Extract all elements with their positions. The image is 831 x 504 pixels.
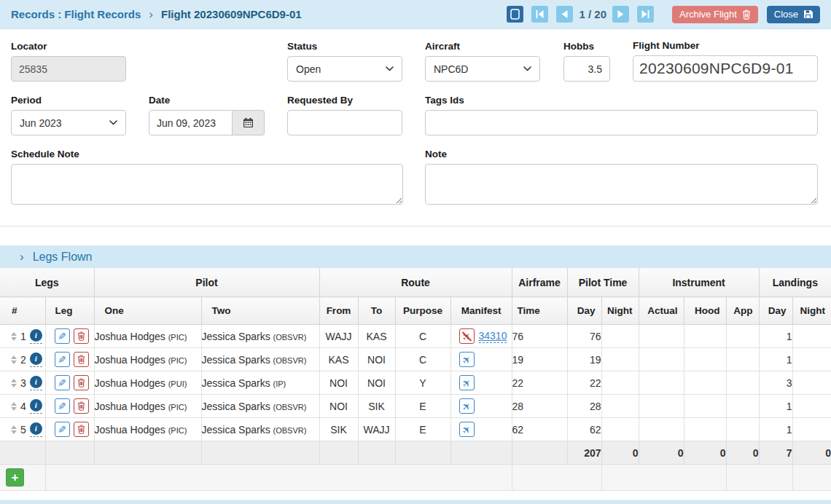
last-page-button[interactable] [637, 6, 654, 23]
aircraft-select[interactable]: NPC6D [425, 56, 540, 82]
from-cell: NOI [319, 395, 358, 418]
delete-leg-button[interactable] [74, 352, 89, 367]
edit-leg-button[interactable]: ✎ [55, 352, 70, 367]
breadcrumb-link-flight-records[interactable]: Records : Flight Records [11, 8, 141, 20]
hobbs-input[interactable] [563, 56, 610, 82]
delete-leg-button[interactable] [74, 328, 89, 344]
info-icon[interactable]: i [30, 329, 42, 344]
drag-handle[interactable] [11, 402, 17, 411]
landings-day-cell: 1 [759, 325, 792, 348]
group-header-landings: Landings [759, 268, 831, 297]
aircraft-value: NPC6D [434, 63, 468, 75]
tags-ids-input[interactable] [425, 110, 818, 135]
landings-night-cell [792, 371, 831, 395]
flight-record-page: Records : Flight Records › Flight 202306… [0, 0, 831, 504]
next-page-button[interactable] [612, 6, 629, 23]
date-label: Date [149, 95, 265, 106]
date-picker-button[interactable] [233, 110, 265, 135]
status-select[interactable]: Open [287, 56, 402, 82]
link-manifest-button[interactable]: ✈ [459, 422, 475, 437]
col-header-from: From [319, 297, 358, 325]
requested-by-input[interactable] [287, 110, 402, 135]
trash-icon [77, 331, 85, 341]
group-header-instrument: Instrument [639, 268, 759, 297]
edit-leg-button[interactable]: ✎ [55, 422, 70, 437]
night-cell [601, 395, 639, 418]
date-input[interactable] [149, 110, 233, 135]
chevron-down-icon [523, 66, 531, 71]
edit-leg-button[interactable]: ✎ [55, 375, 70, 390]
save-icon [803, 9, 813, 19]
add-leg-button[interactable]: + [6, 468, 24, 487]
requested-by-label: Requested By [287, 95, 402, 106]
leg-number: 5 [20, 424, 26, 436]
from-cell: KAS [319, 348, 358, 371]
col-header-leg: Leg [45, 297, 94, 325]
delete-leg-button[interactable] [74, 375, 89, 390]
group-header-route: Route [319, 268, 512, 297]
locator-input[interactable] [11, 56, 126, 82]
leg-row: 4 i ✎ Joshua Hodges (PIC) Jessica Sparks… [0, 395, 831, 418]
col-header-num: # [0, 297, 45, 325]
device-view-button[interactable] [507, 6, 523, 23]
period-label: Period [11, 95, 126, 106]
info-icon[interactable]: i [30, 353, 42, 367]
previous-page-button[interactable] [556, 6, 573, 23]
manifest-link[interactable]: 34310 [479, 330, 507, 343]
col-header-night: Night [601, 297, 639, 325]
pilot-two-name: Jessica Sparks [202, 377, 270, 389]
pilot-one-role: (PUI) [168, 379, 187, 388]
drag-handle[interactable] [11, 332, 17, 341]
drag-handle[interactable] [11, 379, 17, 387]
edit-leg-button[interactable]: ✎ [55, 398, 70, 414]
legs-flown-section-header[interactable]: › Legs Flown [0, 245, 831, 268]
link-manifest-button[interactable]: ✈ [459, 398, 475, 414]
info-icon[interactable]: i [30, 399, 42, 414]
purpose-cell: C [395, 325, 450, 348]
delete-leg-button[interactable] [74, 422, 89, 437]
col-header-time: Time [512, 297, 567, 325]
night-cell [601, 348, 639, 371]
close-button[interactable]: Close [767, 6, 820, 23]
pencil-icon: ✎ [58, 401, 66, 412]
leg-number: 4 [20, 401, 26, 412]
drag-handle[interactable] [11, 425, 17, 434]
day-cell: 22 [567, 371, 601, 395]
col-header-app: App [726, 297, 759, 325]
total-night: 0 [601, 441, 639, 465]
drag-handle[interactable] [11, 355, 17, 364]
status-value: Open [296, 63, 321, 75]
time-cell: 22 [512, 371, 567, 395]
purpose-cell: Y [395, 371, 450, 395]
legs-flown-title: Legs Flown [33, 251, 93, 264]
archive-flight-label: Archive Flight [679, 9, 737, 20]
tags-ids-field: Tags Ids [425, 95, 818, 135]
hobbs-field: Hobbs [563, 41, 610, 82]
edit-leg-button[interactable]: ✎ [55, 328, 70, 344]
pilot-two-role: (IP) [273, 379, 286, 388]
link-manifest-button[interactable]: ✈ [459, 352, 475, 367]
plane-icon: ✈ [460, 376, 473, 389]
landings-day-cell: 1 [759, 418, 792, 441]
first-page-button[interactable] [531, 6, 548, 23]
col-header-landings-night: Night [792, 297, 831, 325]
pilot-one-name: Joshua Hodges [95, 424, 165, 436]
landings-day-cell: 1 [759, 348, 792, 371]
delete-leg-button[interactable] [74, 398, 89, 414]
info-icon[interactable]: i [30, 376, 42, 390]
pilot-two-name: Jessica Sparks [202, 424, 270, 436]
leg-number: 2 [20, 354, 26, 366]
app-cell [726, 371, 759, 395]
pilot-one-role: (PIC) [168, 426, 187, 435]
archive-flight-button[interactable]: Archive Flight [672, 6, 758, 23]
flight-number-input[interactable] [633, 55, 818, 82]
group-header-airframe: Airframe [512, 268, 567, 297]
link-manifest-button[interactable]: ✈ [459, 375, 475, 390]
period-select[interactable]: Jun 2023 [11, 110, 126, 135]
note-textarea[interactable] [425, 164, 818, 205]
schedule-note-textarea[interactable] [11, 164, 403, 205]
flight-number-label: Flight Number [633, 40, 818, 51]
pencil-icon: ✎ [58, 378, 66, 388]
to-cell: WAJJ [358, 418, 395, 441]
info-icon[interactable]: i [30, 422, 42, 437]
